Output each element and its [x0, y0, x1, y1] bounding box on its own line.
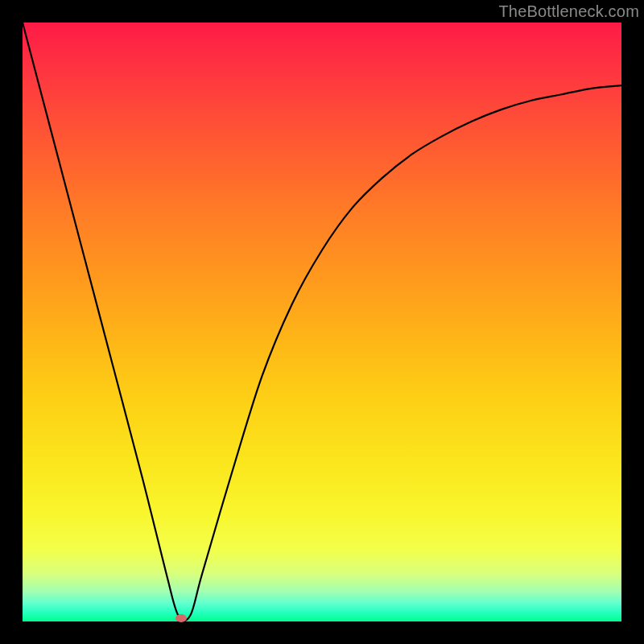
bottleneck-curve: [23, 23, 621, 621]
watermark-label: TheBottleneck.com: [498, 2, 639, 21]
chart-frame: TheBottleneck.com: [0, 0, 644, 644]
plot-area: [23, 23, 621, 621]
minimum-marker: [175, 614, 187, 622]
